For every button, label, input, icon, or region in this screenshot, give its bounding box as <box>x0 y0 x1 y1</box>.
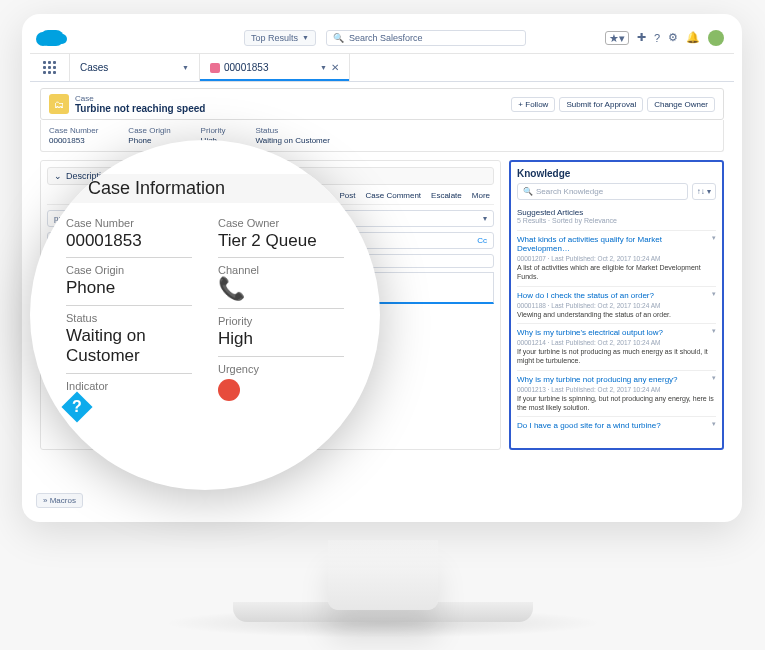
status-field: Status Waiting on Customer <box>66 308 192 374</box>
case-owner-field: Case Owner Tier 2 Queue <box>218 213 344 258</box>
field-value: Tier 2 Queue <box>218 231 344 251</box>
chevron-down-icon: ▼ <box>302 34 309 41</box>
help-icon[interactable]: ? <box>654 32 660 44</box>
user-avatar[interactable] <box>708 30 724 46</box>
indicator-field: Indicator ? <box>66 376 192 424</box>
add-button[interactable]: ✚ <box>637 31 646 44</box>
article-menu-icon[interactable]: ▾ <box>712 234 716 242</box>
search-icon: 🔍 <box>523 187 533 196</box>
follow-button[interactable]: + Follow <box>511 97 555 112</box>
tab-cases-label: Cases <box>80 62 108 73</box>
record-type-label: Case <box>75 94 205 103</box>
submit-approval-button[interactable]: Submit for Approval <box>559 97 643 112</box>
record-title: Turbine not reaching speed <box>75 103 205 114</box>
knowledge-article[interactable]: ▾Do I have a good site for a wind turbin… <box>517 416 716 434</box>
article-title-link[interactable]: How do I check the status of an order? <box>517 291 716 300</box>
chevron-down-icon: ⌄ <box>54 171 62 181</box>
knowledge-search-input[interactable]: 🔍Search Knowledge <box>517 183 688 200</box>
highlight-fields: Case Number00001853 Case OriginPhone Pri… <box>40 120 724 152</box>
search-icon: 🔍 <box>333 33 344 43</box>
knowledge-result-meta: 5 Results · Sorted by Relevance <box>517 217 716 224</box>
article-meta: 00001207 · Last Published: Oct 2, 2017 1… <box>517 255 716 262</box>
knowledge-title: Knowledge <box>517 168 716 179</box>
field-value: 00001853 <box>49 136 98 145</box>
favorites-button[interactable]: ★▾ <box>605 31 629 45</box>
global-search-input[interactable]: 🔍 Search Salesforce <box>326 30 526 46</box>
article-snippet: If your turbine is spinning, but not pro… <box>517 395 716 413</box>
notifications-icon[interactable]: 🔔 <box>686 31 700 44</box>
urgency-field: Urgency <box>218 359 344 407</box>
knowledge-article[interactable]: ▾What kinds of activities qualify for Ma… <box>517 230 716 286</box>
field-label: Indicator <box>66 380 192 392</box>
field-value: High <box>218 329 344 349</box>
article-meta: 00001214 · Last Published: Oct 2, 2017 1… <box>517 339 716 346</box>
article-menu-icon[interactable]: ▾ <box>712 420 716 428</box>
search-scope-label: Top Results <box>251 33 298 43</box>
chevron-down-icon: ▾ <box>483 214 487 223</box>
close-tab-icon[interactable]: ✕ <box>331 62 339 73</box>
article-title-link[interactable]: Why is my turbine not producing any ener… <box>517 375 716 384</box>
global-header: Top Results ▼ 🔍 Search Salesforce ★▾ ✚ ?… <box>30 22 734 54</box>
case-information-section-toggle[interactable]: ⌄ Case Information <box>66 174 344 203</box>
change-owner-button[interactable]: Change Owner <box>647 97 715 112</box>
field-label: Status <box>66 312 192 324</box>
knowledge-article[interactable]: ▾Why is my turbine's electrical output l… <box>517 323 716 370</box>
knowledge-subhead: Suggested Articles <box>517 208 716 217</box>
field-label: Urgency <box>218 363 344 375</box>
article-snippet: Viewing and understanding the status of … <box>517 311 716 320</box>
urgency-indicator-icon <box>218 379 240 401</box>
article-meta: 00001213 · Last Published: Oct 2, 2017 1… <box>517 386 716 393</box>
search-placeholder: Search Salesforce <box>349 33 423 43</box>
field-label: Case Number <box>66 217 192 229</box>
field-label: Channel <box>218 264 344 276</box>
tab-cases[interactable]: Cases ▼ <box>70 54 200 81</box>
article-title-link[interactable]: Why is my turbine's electrical output lo… <box>517 328 716 337</box>
article-meta: 00001188 · Last Published: Oct 2, 2017 1… <box>517 302 716 309</box>
zoom-callout: ⌄ Case Information Case Number 00001853 … <box>30 140 380 490</box>
field-label: Case Owner <box>218 217 344 229</box>
article-menu-icon[interactable]: ▾ <box>712 290 716 298</box>
channel-field: Channel 📞 <box>218 260 344 309</box>
chevron-down-icon: ▼ <box>320 64 327 71</box>
article-menu-icon[interactable]: ▾ <box>712 327 716 335</box>
field-value: Phone <box>66 278 192 298</box>
article-menu-icon[interactable]: ▾ <box>712 374 716 382</box>
priority-field: Priority High <box>218 311 344 356</box>
chevron-down-icon: ▼ <box>182 64 189 71</box>
field-label: Priority <box>218 315 344 327</box>
knowledge-search-placeholder: Search Knowledge <box>536 187 603 196</box>
record-header: 🗂 Case Turbine not reaching speed + Foll… <box>40 88 724 120</box>
tab-record-label: 00001853 <box>224 62 269 73</box>
knowledge-panel: Knowledge 🔍Search Knowledge ↑↓ ▾ Suggest… <box>509 160 724 450</box>
app-launcher-button[interactable] <box>30 54 70 81</box>
quick-action-more[interactable]: More <box>472 191 490 200</box>
macros-utility-button[interactable]: » Macros <box>36 493 83 508</box>
article-title-link[interactable]: Do I have a good site for a wind turbine… <box>517 421 716 430</box>
field-label: Priority <box>201 126 226 135</box>
knowledge-article[interactable]: ▾Why is my turbine not producing any ene… <box>517 370 716 417</box>
field-label: Case Origin <box>128 126 170 135</box>
knowledge-article[interactable]: ▾How do I check the status of an order?0… <box>517 286 716 324</box>
quick-action-escalate[interactable]: Escalate <box>431 191 462 200</box>
tab-case-record[interactable]: 00001853 ▼ ✕ <box>200 54 350 81</box>
phone-icon: 📞 <box>218 276 344 302</box>
case-information-title: Case Information <box>88 178 225 199</box>
settings-gear-icon[interactable]: ⚙ <box>668 31 678 44</box>
quick-action-post[interactable]: Post <box>339 191 355 200</box>
field-value: Waiting on Customer <box>66 326 192 367</box>
quick-action-case-comment[interactable]: Case Comment <box>366 191 422 200</box>
field-label: Case Number <box>49 126 98 135</box>
search-scope-dropdown[interactable]: Top Results ▼ <box>244 30 316 46</box>
article-snippet: A list of activities which are eligible … <box>517 264 716 282</box>
case-icon <box>210 63 220 73</box>
field-value: 00001853 <box>66 231 192 251</box>
article-snippet: If your turbine is not producing as much… <box>517 348 716 366</box>
knowledge-sort-button[interactable]: ↑↓ ▾ <box>692 183 716 200</box>
case-origin-field: Case Origin Phone <box>66 260 192 305</box>
field-label: Status <box>256 126 330 135</box>
workspace-tabs: Cases ▼ 00001853 ▼ ✕ <box>30 54 734 82</box>
salesforce-logo-icon <box>40 30 64 46</box>
indicator-diamond-icon: ? <box>61 391 92 422</box>
case-number-field: Case Number 00001853 <box>66 213 192 258</box>
article-title-link[interactable]: What kinds of activities qualify for Mar… <box>517 235 716 253</box>
